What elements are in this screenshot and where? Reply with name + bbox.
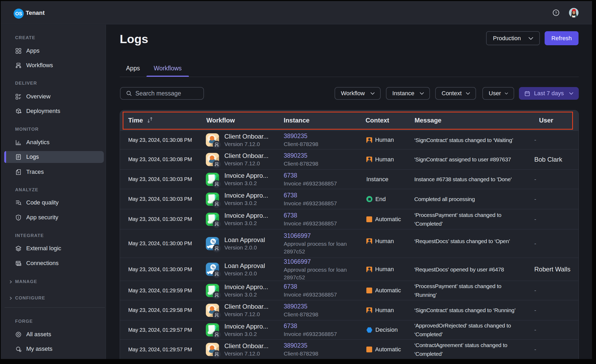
- svg-text:?: ?: [555, 11, 557, 15]
- svg-text:OS: OS: [15, 11, 22, 16]
